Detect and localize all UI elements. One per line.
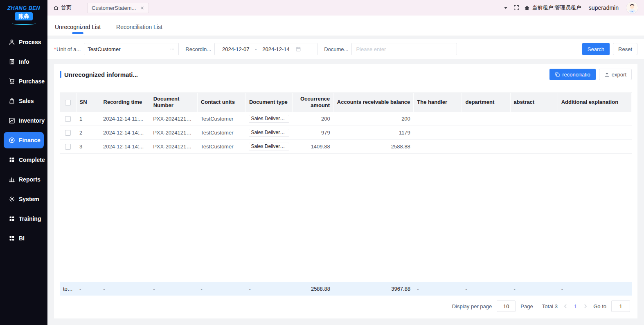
table-cell bbox=[510, 112, 558, 126]
open-tab-label: CustomerStatem... bbox=[92, 5, 136, 11]
tenant-label: 当前租户:管理员租户 bbox=[532, 4, 581, 11]
user-icon bbox=[9, 39, 15, 45]
sidebar-item-reports[interactable]: Reports bbox=[4, 171, 44, 188]
search-button[interactable]: Search bbox=[582, 43, 610, 55]
sidebar-item-complete[interactable]: Complete bbox=[4, 152, 44, 168]
cart-icon bbox=[9, 78, 15, 85]
gear-icon bbox=[9, 196, 15, 202]
sidebar-item-label: Complete bbox=[19, 157, 45, 163]
grid-icon bbox=[9, 235, 15, 242]
table-row: 22024-12-14 14:...PXX-20241214-...TestCu… bbox=[60, 126, 632, 139]
filter-bar: *Unit of a... TestCustomer Recordin... -… bbox=[47, 39, 644, 59]
finance-icon bbox=[9, 137, 15, 143]
document-input[interactable] bbox=[351, 43, 457, 55]
table-cell: 2588.88 bbox=[333, 139, 414, 153]
table-cell: Sales Delivery List bbox=[245, 126, 292, 139]
table-cell: 200 bbox=[333, 112, 414, 126]
column-header: SN bbox=[76, 93, 100, 112]
avatar[interactable] bbox=[626, 2, 638, 14]
column-settings-icon[interactable] bbox=[624, 83, 630, 90]
app-logo: ZHANG BEN 账犇 bbox=[7, 0, 40, 29]
page-size-input[interactable] bbox=[497, 300, 516, 312]
row-checkbox[interactable] bbox=[65, 130, 71, 136]
close-icon[interactable] bbox=[140, 6, 144, 10]
date-to-input[interactable] bbox=[259, 46, 294, 52]
logo-text: ZHANG BEN bbox=[7, 5, 40, 11]
recording-time-range[interactable]: - bbox=[214, 43, 317, 55]
sidebar-item-sales[interactable]: Sales bbox=[4, 93, 44, 109]
table-cell: TestCustomer bbox=[197, 112, 245, 126]
prev-page-button[interactable] bbox=[563, 303, 568, 309]
column-header: Document Number bbox=[150, 93, 197, 112]
ellipsis-icon[interactable] bbox=[169, 46, 175, 52]
calendar-icon bbox=[295, 46, 301, 52]
column-header: Occurrence amount bbox=[293, 93, 333, 112]
table-cell: 2 bbox=[76, 126, 100, 139]
fullscreen-icon[interactable] bbox=[513, 5, 519, 11]
reconciliation-icon bbox=[555, 72, 560, 77]
username[interactable]: superadmin bbox=[589, 4, 619, 11]
export-button[interactable]: export bbox=[599, 69, 632, 80]
total-row-table: total-----2588.883967.88---- bbox=[60, 282, 632, 296]
date-from-input[interactable] bbox=[218, 46, 253, 52]
unit-of-account-label: *Unit of a... bbox=[54, 46, 81, 52]
total-cell: 2588.88 bbox=[293, 282, 333, 296]
table-cell bbox=[558, 126, 631, 139]
unit-of-account-select[interactable]: TestCustomer bbox=[84, 43, 179, 55]
current-page[interactable]: 1 bbox=[573, 303, 578, 309]
sidebar-item-info[interactable]: Info bbox=[4, 54, 44, 70]
column-header: abstract bbox=[510, 93, 558, 112]
home-icon bbox=[53, 5, 59, 11]
total-row: total-----2588.883967.88---- bbox=[60, 282, 632, 296]
sidebar-item-training[interactable]: Training bbox=[4, 211, 44, 227]
row-checkbox[interactable] bbox=[65, 116, 71, 122]
table-cell bbox=[510, 126, 558, 139]
table-cell: 3 bbox=[76, 139, 100, 153]
breadcrumb-home[interactable]: 首页 bbox=[53, 4, 72, 11]
column-header: Accounts receivable balance bbox=[333, 93, 414, 112]
sidebar-item-label: Finance bbox=[19, 137, 41, 143]
title-accent-bar bbox=[60, 71, 61, 78]
next-page-button[interactable] bbox=[583, 303, 588, 309]
sidebar-item-finance[interactable]: Finance bbox=[4, 132, 44, 148]
sidebar: ZHANG BEN 账犇 ProcessInfoPurchaseSalesInv… bbox=[0, 0, 47, 325]
chevron-down-icon[interactable] bbox=[503, 5, 509, 11]
sidebar-item-process[interactable]: Process bbox=[4, 34, 44, 50]
select-all-checkbox[interactable] bbox=[65, 100, 71, 105]
required-mark: * bbox=[54, 46, 56, 52]
goto-label: Go to bbox=[593, 303, 606, 309]
table-cell: TestCustomer bbox=[197, 139, 245, 153]
main-area: 首页 CustomerStatem... 当前租户:管理员租户 superadm… bbox=[47, 0, 644, 325]
table-cell bbox=[414, 126, 462, 139]
sidebar-item-purchase[interactable]: Purchase bbox=[4, 73, 44, 90]
table-cell: 2024-12-14 14:... bbox=[100, 126, 150, 139]
row-checkbox[interactable] bbox=[65, 144, 71, 150]
sidebar-menu: ProcessInfoPurchaseSalesInventoryFinance… bbox=[0, 32, 47, 248]
sidebar-item-label: System bbox=[19, 196, 39, 202]
reset-button[interactable]: Reset bbox=[613, 43, 637, 55]
table-cell bbox=[462, 139, 510, 153]
table-cell bbox=[510, 139, 558, 153]
logo-subtext: 账犇 bbox=[15, 12, 33, 20]
unit-of-account-value: TestCustomer bbox=[88, 46, 167, 52]
open-tab-customer-statement[interactable]: CustomerStatem... bbox=[87, 3, 149, 13]
grid-icon bbox=[9, 215, 15, 222]
column-header: Contact units bbox=[197, 93, 245, 112]
sidebar-item-inventory[interactable]: Inventory bbox=[4, 112, 44, 129]
goto-page-input[interactable] bbox=[611, 300, 630, 312]
sidebar-item-label: Process bbox=[19, 39, 41, 45]
document-type-tag: Sales Delivery List bbox=[249, 115, 289, 123]
sidebar-item-label: Info bbox=[19, 58, 29, 65]
reconciliation-button[interactable]: reconciliatio bbox=[549, 69, 596, 80]
column-header: Additional explanation bbox=[558, 93, 631, 112]
sidebar-item-system[interactable]: System bbox=[4, 191, 44, 207]
tab-reconciliation-list[interactable]: Reconciliation List bbox=[116, 24, 162, 36]
table-cell: 1409.88 bbox=[293, 139, 333, 153]
page-tabs: Unrecognized ListReconciliation List bbox=[47, 16, 644, 36]
table-cell: PXX-20241214-... bbox=[150, 126, 197, 139]
table-cell: 1179 bbox=[333, 126, 414, 139]
tab-unrecognized-list[interactable]: Unrecognized List bbox=[55, 24, 101, 36]
sidebar-item-bi[interactable]: BI bbox=[4, 230, 44, 247]
sidebar-item-label: Purchase bbox=[19, 78, 45, 85]
table-cell bbox=[462, 112, 510, 126]
